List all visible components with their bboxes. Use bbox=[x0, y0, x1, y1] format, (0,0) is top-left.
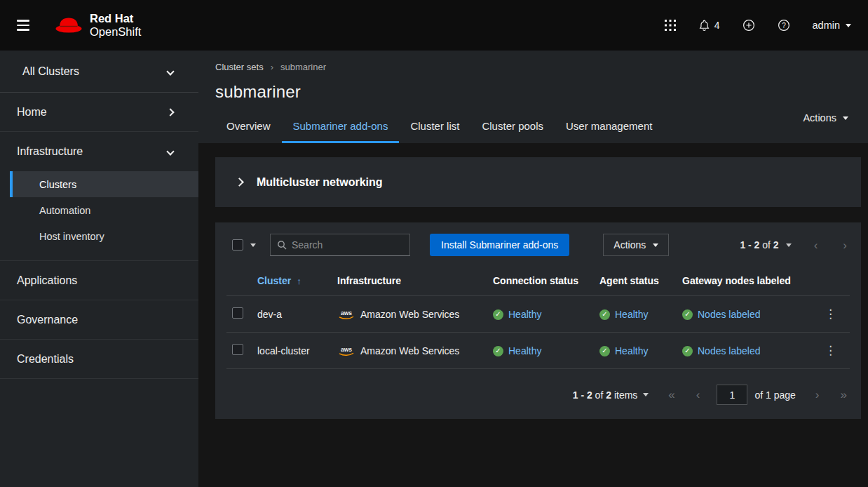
next-page-button[interactable]: › bbox=[840, 238, 850, 253]
notification-count: 4 bbox=[714, 20, 720, 31]
next-page-button[interactable]: › bbox=[813, 387, 822, 402]
agent-status-link[interactable]: Healthy bbox=[615, 309, 648, 320]
check-mark: ✓ bbox=[602, 311, 607, 318]
check-circle-icon: ✓ bbox=[493, 346, 503, 356]
row-checkbox[interactable] bbox=[232, 344, 243, 355]
nav-label-home: Home bbox=[17, 106, 47, 119]
breadcrumb-link-cluster-sets[interactable]: Cluster sets bbox=[215, 62, 264, 72]
username-label: admin bbox=[813, 20, 841, 31]
page-actions-dropdown[interactable]: Actions bbox=[803, 112, 848, 124]
column-header-cluster: Cluster↑ bbox=[252, 266, 332, 296]
connection-status-link[interactable]: Healthy bbox=[508, 345, 541, 356]
brand-line2: OpenShift bbox=[90, 25, 141, 39]
infrastructure-label: Amazon Web Services bbox=[360, 309, 459, 320]
pagination-top: 1 - 2 of 2 ‹ › bbox=[740, 238, 850, 253]
row-checkbox[interactable] bbox=[232, 307, 243, 319]
quick-create-button[interactable] bbox=[742, 19, 755, 32]
sidebar-item-home[interactable]: Home bbox=[0, 93, 198, 132]
infrastructure-label: Amazon Web Services bbox=[360, 345, 459, 356]
total-text: 2 bbox=[606, 389, 611, 401]
bulk-select-dropdown[interactable] bbox=[226, 234, 256, 256]
agent-status-link[interactable]: Healthy bbox=[615, 345, 648, 356]
table-row: dev-a aws Amazon Web Services bbox=[226, 296, 850, 333]
kebab-menu-button[interactable]: ⋮ bbox=[819, 305, 842, 323]
table-header-row: Cluster↑ Infrastructure Connection statu… bbox=[226, 266, 850, 296]
nav-label-host-inventory: Host inventory bbox=[39, 231, 104, 242]
clusters-table: Cluster↑ Infrastructure Connection statu… bbox=[226, 266, 850, 369]
pagination-options-caret-icon[interactable] bbox=[786, 244, 792, 247]
check-mark: ✓ bbox=[495, 347, 501, 354]
sort-asc-icon: ↑ bbox=[297, 276, 301, 286]
caret-down-icon bbox=[843, 116, 848, 120]
tab-cluster-list[interactable]: Cluster list bbox=[399, 112, 470, 143]
svg-text:?: ? bbox=[782, 22, 786, 29]
sidebar-item-clusters[interactable]: Clusters bbox=[10, 171, 198, 197]
range-text: 1 - 2 bbox=[573, 389, 592, 401]
sidebar-item-applications[interactable]: Applications bbox=[0, 261, 198, 300]
breadcrumb-separator-icon: › bbox=[271, 62, 273, 72]
gateway-nodes-link[interactable]: Nodes labeled bbox=[698, 309, 761, 320]
sidebar-item-governance[interactable]: Governance bbox=[0, 300, 198, 340]
tab-user-management[interactable]: User management bbox=[555, 112, 663, 143]
page-title: submariner bbox=[215, 82, 868, 102]
check-mark: ✓ bbox=[684, 347, 690, 354]
page-number-input[interactable] bbox=[717, 385, 747, 405]
pagination-range: 1 - 2 of 2 bbox=[740, 239, 778, 251]
brand-line1: Red Hat bbox=[90, 12, 141, 25]
aws-icon: aws bbox=[337, 309, 355, 320]
items-range: 1 - 2 of 2 items bbox=[573, 389, 638, 401]
range-text: 1 - 2 bbox=[740, 239, 759, 251]
check-circle-icon: ✓ bbox=[599, 346, 610, 356]
multicluster-networking-section[interactable]: Multicluster networking bbox=[215, 157, 861, 207]
table-row: local-cluster aws Amazon Web Services bbox=[226, 333, 850, 369]
tab-cluster-pools[interactable]: Cluster pools bbox=[470, 112, 555, 143]
table-actions-dropdown[interactable]: Actions bbox=[603, 234, 669, 256]
brand-text: Red Hat OpenShift bbox=[90, 12, 141, 39]
sidebar-item-automation[interactable]: Automation bbox=[10, 197, 198, 223]
nav-label-automation: Automation bbox=[39, 205, 90, 216]
check-circle-icon: ✓ bbox=[682, 309, 693, 320]
page-count-label: of 1 page bbox=[754, 389, 795, 401]
check-circle-icon: ✓ bbox=[493, 309, 503, 320]
bell-icon bbox=[698, 20, 710, 32]
user-menu-button[interactable]: admin bbox=[813, 20, 852, 31]
sidebar-item-infrastructure[interactable]: Infrastructure bbox=[0, 132, 198, 171]
last-page-button[interactable]: » bbox=[838, 387, 850, 402]
help-button[interactable]: ? bbox=[778, 19, 790, 32]
gateway-nodes-link[interactable]: Nodes labeled bbox=[698, 345, 761, 356]
kebab-menu-button[interactable]: ⋮ bbox=[819, 342, 842, 359]
bulk-select-checkbox[interactable] bbox=[232, 239, 243, 251]
install-submariner-addons-button[interactable]: Install Submariner add-ons bbox=[430, 234, 569, 256]
sidebar-item-credentials[interactable]: Credentials bbox=[0, 340, 198, 379]
breadcrumb: Cluster sets › submariner bbox=[215, 62, 868, 72]
first-page-button[interactable]: « bbox=[665, 387, 677, 402]
cluster-name: dev-a bbox=[252, 296, 332, 333]
search-box bbox=[270, 234, 410, 256]
masthead-toolbar: 4 ? admin bbox=[665, 19, 851, 32]
nav-label-credentials: Credentials bbox=[17, 353, 74, 366]
search-icon bbox=[277, 240, 287, 250]
infrastructure-subnav: Clusters Automation Host inventory bbox=[10, 171, 198, 249]
caret-down-icon bbox=[653, 244, 658, 247]
notifications-button[interactable]: 4 bbox=[698, 20, 720, 32]
total-text: 2 bbox=[773, 239, 779, 251]
column-header-select bbox=[226, 266, 252, 296]
nav-toggle-button[interactable] bbox=[17, 13, 41, 37]
svg-text:aws: aws bbox=[341, 309, 352, 316]
perspective-switcher[interactable]: All Clusters bbox=[0, 51, 198, 93]
connection-status-link[interactable]: Healthy bbox=[508, 309, 541, 320]
prev-page-button[interactable]: ‹ bbox=[811, 238, 821, 253]
check-mark: ✓ bbox=[684, 311, 690, 318]
search-input[interactable] bbox=[271, 234, 409, 255]
sort-by-cluster-link[interactable]: Cluster bbox=[257, 275, 291, 286]
main-content: Cluster sets › submariner submariner Act… bbox=[198, 51, 868, 487]
pagination-options-caret-icon[interactable] bbox=[643, 393, 649, 396]
tab-overview[interactable]: Overview bbox=[215, 112, 282, 143]
page-header: Cluster sets › submariner submariner Act… bbox=[198, 51, 868, 143]
breadcrumb-current: submariner bbox=[280, 62, 326, 72]
sidebar-item-host-inventory[interactable]: Host inventory bbox=[10, 223, 198, 249]
column-header-actions bbox=[813, 266, 850, 296]
app-launcher-button[interactable] bbox=[665, 20, 676, 31]
tab-submariner-add-ons[interactable]: Submariner add-ons bbox=[282, 112, 400, 143]
prev-page-button[interactable]: ‹ bbox=[693, 387, 703, 402]
